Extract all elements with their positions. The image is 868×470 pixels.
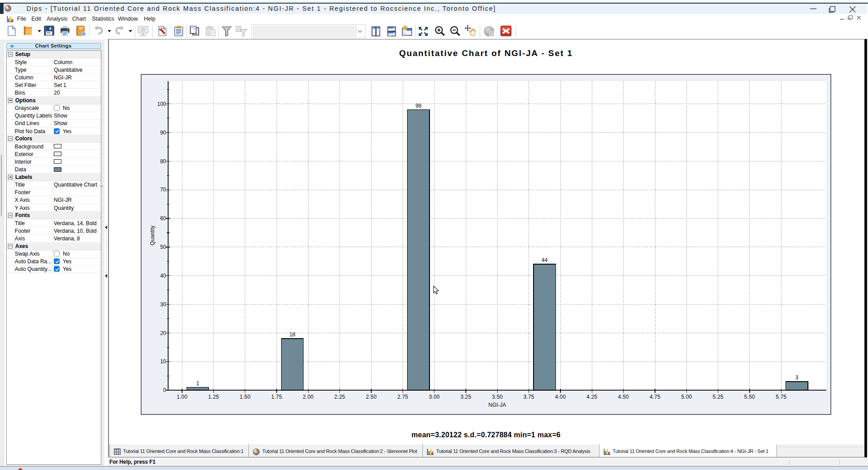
svg-text:1: 1 [196, 380, 200, 387]
svg-text:3.50: 3.50 [492, 394, 503, 400]
svg-text:10: 10 [160, 358, 166, 365]
svg-text:NGI-JA: NGI-JA [488, 402, 506, 408]
svg-text:3.75: 3.75 [524, 394, 534, 400]
svg-text:18: 18 [289, 331, 295, 338]
svg-text:2.25: 2.25 [334, 394, 345, 400]
svg-text:80: 80 [160, 158, 166, 165]
svg-text:5.75: 5.75 [776, 394, 786, 400]
svg-text:44: 44 [542, 257, 548, 263]
svg-text:60: 60 [160, 215, 166, 222]
svg-text:1.25: 1.25 [208, 394, 219, 400]
svg-text:40: 40 [160, 273, 166, 279]
svg-text:70: 70 [160, 187, 166, 193]
svg-text:50: 50 [160, 244, 166, 250]
svg-text:90: 90 [160, 130, 166, 136]
svg-text:1.75: 1.75 [271, 394, 282, 400]
svg-text:4.00: 4.00 [555, 394, 566, 400]
svg-text:2.00: 2.00 [303, 394, 313, 400]
svg-text:30: 30 [160, 301, 166, 308]
svg-text:5.25: 5.25 [713, 394, 724, 400]
svg-text:20: 20 [160, 330, 166, 336]
svg-text:4.75: 4.75 [650, 394, 660, 400]
svg-text:5.00: 5.00 [681, 394, 692, 400]
svg-text:0: 0 [163, 387, 166, 393]
svg-text:4.25: 4.25 [586, 394, 597, 400]
svg-text:4.50: 4.50 [618, 394, 629, 400]
svg-text:1.00: 1.00 [177, 394, 187, 400]
svg-text:98: 98 [416, 103, 422, 109]
svg-text:Quantity: Quantity [149, 226, 156, 246]
svg-text:3.00: 3.00 [429, 394, 440, 400]
svg-text:5.50: 5.50 [744, 394, 755, 400]
svg-text:3: 3 [795, 374, 799, 381]
svg-text:2.75: 2.75 [397, 394, 408, 400]
svg-text:100: 100 [157, 101, 166, 107]
svg-text:2.50: 2.50 [366, 394, 377, 400]
svg-text:1.50: 1.50 [240, 394, 251, 400]
svg-text:3.25: 3.25 [460, 394, 471, 400]
